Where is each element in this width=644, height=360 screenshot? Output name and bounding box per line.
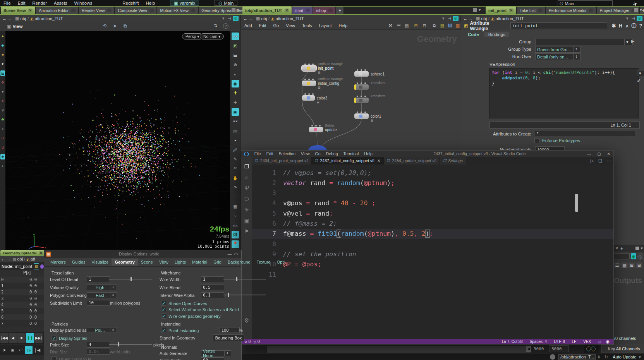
- desktop-switcher[interactable]: ▣varomix: [170, 0, 199, 6]
- left-pane-dropdown-icon[interactable]: ▾: [237, 7, 241, 13]
- magnet-tool-icon[interactable]: U: [0, 135, 5, 141]
- diamond-tool-icon[interactable]: ◆: [0, 43, 5, 48]
- tab-init-point[interactable]: init_point✕: [486, 7, 516, 14]
- colorgrid-icon[interactable]: ⊞: [629, 262, 635, 268]
- forward-icon[interactable]: →: [249, 16, 253, 21]
- menu-assets[interactable]: Assets: [50, 1, 71, 5]
- tab-performance-monitor[interactable]: Performance Monitor✕: [546, 7, 596, 14]
- node-input-dot[interactable]: [357, 82, 358, 84]
- gear-tool-icon[interactable]: ✹: [0, 154, 5, 159]
- shape-tool-icon[interactable]: ▲: [0, 33, 5, 39]
- new-tab-button[interactable]: +: [336, 7, 343, 14]
- button-bounding-box[interactable]: Bounding Box: [213, 334, 244, 341]
- dropdown-auto-generate[interactable]: Vertex Norm...: [201, 350, 227, 356]
- feedback-smiley-icon[interactable]: ☺: [594, 339, 605, 344]
- auto-update-arrow-icon[interactable]: ▾: [639, 355, 641, 360]
- curve-icon[interactable]: ⌒: [232, 193, 239, 201]
- dropdown-volume-quality[interactable]: High: [87, 285, 113, 290]
- vscode-debug-icon[interactable]: ⎔: [242, 195, 251, 203]
- status-vex[interactable]: VEX: [580, 339, 594, 344]
- abc-label-icon[interactable]: abc: [232, 221, 239, 229]
- status-spaces[interactable]: Spaces: 4: [526, 339, 550, 344]
- vex-message-field[interactable]: [489, 122, 605, 129]
- channel-scope-icon[interactable]: [584, 345, 599, 353]
- vscode-menu-help[interactable]: Help: [361, 151, 375, 156]
- dispopt-tab-geometry[interactable]: Geometry: [112, 259, 137, 266]
- points-mode-icon[interactable]: [40, 264, 44, 269]
- field-disc-size[interactable]: 0.05: [87, 349, 110, 355]
- menu-windows[interactable]: Windows: [71, 1, 96, 5]
- main-desktop-right[interactable]: ◎Main: [558, 0, 613, 6]
- node-input-dot[interactable]: [311, 125, 313, 127]
- path-spinner-icon[interactable]: ⇕: [597, 355, 601, 360]
- outputs-pane-dropdown-icon[interactable]: ▾: [641, 246, 643, 251]
- key-all-channels-button[interactable]: Key All Channels: [601, 345, 644, 353]
- node-input-dot[interactable]: [304, 93, 306, 95]
- gear-icon[interactable]: ✱: [610, 22, 617, 29]
- lightbulb-icon[interactable]: ◉: [232, 80, 239, 87]
- editor-scrollbar-handle[interactable]: [575, 194, 578, 212]
- checkbox[interactable]: [52, 357, 57, 360]
- rows-icon[interactable]: ▤: [621, 262, 628, 268]
- view-rotate-icon[interactable]: ⟲: [103, 23, 110, 29]
- param-pane-menu-icon[interactable]: [634, 8, 638, 12]
- slider-track[interactable]: [223, 279, 266, 279]
- vscode-tab-2454-update-snippet-vfl[interactable]: ❐2454_update_snippet.vfl: [384, 157, 440, 165]
- slider-handle[interactable]: [228, 293, 229, 297]
- jump-start-button[interactable]: |◀◀: [0, 333, 9, 343]
- field-subdivision-limit[interactable]: 10: [87, 300, 110, 306]
- menu-render[interactable]: Render: [29, 1, 50, 5]
- menu-file[interactable]: File: [0, 1, 14, 5]
- checkbox[interactable]: ✓: [161, 314, 166, 319]
- sphere-tool-icon[interactable]: ●: [0, 89, 5, 94]
- forward-icon[interactable]: →: [7, 257, 11, 261]
- search-icon[interactable]: ⌕: [624, 22, 630, 29]
- view-select-icon[interactable]: ➤: [113, 23, 120, 29]
- tab-close-icon[interactable]: ✕: [149, 9, 154, 12]
- timeline-handle[interactable]: ◀: [526, 346, 531, 352]
- menu-edit[interactable]: Edit: [14, 1, 29, 5]
- tab-close-icon[interactable]: ✕: [71, 9, 76, 12]
- checkbox[interactable]: ✓: [52, 336, 57, 341]
- node-init_point[interactable]: [302, 65, 316, 71]
- group-action-icon[interactable]: ▶: [631, 39, 637, 45]
- field-interior-wire-alpha[interactable]: 0.1: [201, 292, 224, 298]
- vexpression-editor[interactable]: for (int i = 0; i < chi("numberOfPoints"…: [489, 68, 639, 118]
- tab-close-icon[interactable]: ✕: [377, 158, 381, 163]
- check-point-instancing[interactable]: ✓Point Instancing: [161, 328, 270, 333]
- node-name-field[interactable]: init_point: [510, 22, 607, 29]
- path-root[interactable]: obj: [261, 16, 267, 21]
- viewbar-layout-icon[interactable]: ⇅: [214, 23, 220, 29]
- node-sphere1[interactable]: [354, 71, 369, 77]
- half-sphere-tool-icon[interactable]: ◗: [0, 163, 5, 169]
- node-transform[interactable]: [354, 98, 369, 103]
- vscode-menu-go[interactable]: Go: [313, 151, 323, 156]
- notifications-bell-icon[interactable]: ◉: [605, 339, 613, 344]
- spinner-icon[interactable]: ⇕: [110, 327, 117, 333]
- select-tool-icon[interactable]: ➤: [0, 61, 5, 67]
- check-select-wireframe-surfaces-as-if-solid[interactable]: ✓Select Wireframe Surfaces as if Solid: [161, 307, 270, 312]
- field-wire-width[interactable]: 1: [201, 276, 224, 282]
- houdini-logo-icon[interactable]: H: [617, 22, 624, 29]
- checkbox[interactable]: ✓: [161, 301, 166, 306]
- checkbox[interactable]: ✓: [161, 307, 166, 312]
- viewport-3d[interactable]: [5, 31, 230, 250]
- headlight-icon[interactable]: ◐: [232, 70, 239, 78]
- dispopt-tab-view[interactable]: View: [156, 259, 172, 266]
- node-input-dot[interactable]: [312, 63, 314, 65]
- view-box-icon[interactable]: ⧉: [124, 23, 131, 29]
- points-display-icon[interactable]: ⁘: [232, 212, 239, 220]
- magnet2-tool-icon[interactable]: U: [0, 145, 5, 150]
- tab-animation-editor[interactable]: Animation Editor✕: [36, 7, 78, 14]
- run-over-spinner[interactable]: ⇕: [573, 53, 580, 60]
- vscode-menu-edit[interactable]: Edit: [264, 151, 276, 156]
- tab-close-icon[interactable]: ✕: [39, 251, 43, 255]
- slider-handle[interactable]: [131, 277, 132, 281]
- field-point-size[interactable]: 4: [87, 342, 110, 348]
- tab-close-icon[interactable]: ✕: [285, 9, 289, 12]
- vscode-more-actions-icon[interactable]: ⋯: [605, 158, 613, 163]
- linked-view-icon[interactable]: ⊙: [453, 16, 459, 21]
- node-input-dot[interactable]: [315, 125, 317, 127]
- status-utf8[interactable]: UTF-8: [550, 339, 568, 344]
- node-input-dot[interactable]: [361, 96, 362, 97]
